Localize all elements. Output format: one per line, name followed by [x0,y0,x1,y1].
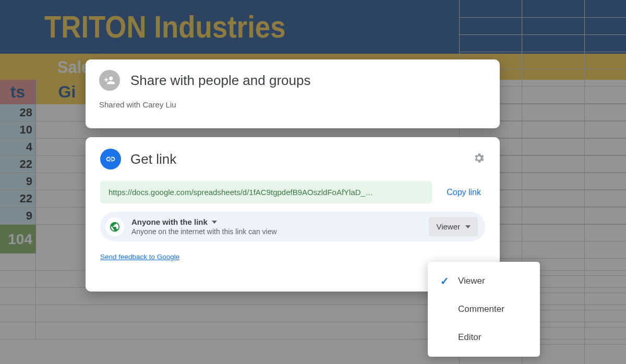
globe-icon [105,217,124,236]
access-scope-dropdown[interactable]: Anyone with the link [131,217,422,226]
share-people-title: Share with people and groups [130,72,310,89]
access-scope-subtitle: Anyone on the internet with this link ca… [131,227,422,236]
role-option-label: Commenter [458,304,504,314]
send-feedback-link[interactable]: Send feedback to Google [100,253,485,261]
role-option-commenter[interactable]: Commenter [428,295,540,323]
role-option-viewer[interactable]: ✓ Viewer [428,267,540,295]
role-dropdown-button[interactable]: Viewer [429,217,478,236]
role-dropdown-label: Viewer [436,222,460,231]
share-people-icon [99,70,120,91]
copy-link-button[interactable]: Copy link [442,188,485,197]
role-menu: ✓ Viewer Commenter Editor [428,262,540,357]
share-people-dialog: Share with people and groups Shared with… [86,59,500,128]
access-scope-label: Anyone with the link [131,217,208,226]
link-access-row: Anyone with the link Anyone on the inter… [100,212,485,241]
role-option-label: Viewer [458,276,485,286]
chevron-down-icon [465,225,471,228]
role-option-editor[interactable]: Editor [428,323,540,351]
check-icon: ✓ [439,275,450,287]
get-link-title: Get link [130,151,463,167]
share-url-box[interactable]: https://docs.google.com/spreadsheets/d/1… [100,181,432,203]
shared-with-text: Shared with Carey Liu [99,100,486,109]
link-settings-button[interactable] [473,152,485,166]
chevron-down-icon [212,221,217,224]
link-icon [100,149,121,169]
role-option-label: Editor [458,332,481,343]
